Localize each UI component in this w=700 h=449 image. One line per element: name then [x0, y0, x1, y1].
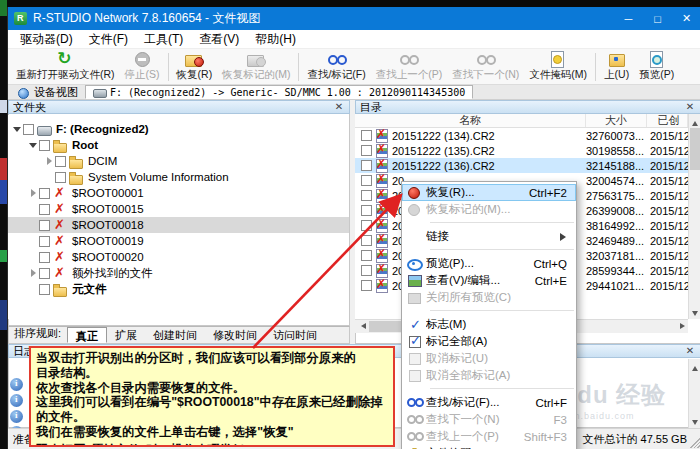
menu-v[interactable]: 查看(V): [191, 30, 247, 49]
checkbox[interactable]: [55, 156, 66, 167]
context-menu-item[interactable]: 恢复(R)...Ctrl+F2: [402, 184, 576, 201]
tree-item[interactable]: 额外找到的文件: [8, 265, 349, 281]
checkbox[interactable]: [39, 284, 50, 295]
checkbox[interactable]: [39, 268, 50, 279]
toolbar-button-findmark[interactable]: 查找/标记(F): [302, 50, 370, 83]
toolbar-button-reopen[interactable]: 重新打开驱动文件(R): [11, 50, 120, 83]
checkbox[interactable]: [39, 140, 50, 151]
tree-item[interactable]: DCIM: [8, 153, 349, 169]
context-menu-item[interactable]: 标记全部(A): [402, 333, 576, 350]
minimize-button[interactable]: ─: [614, 7, 643, 30]
tree-item[interactable]: $ROOT00019: [8, 233, 349, 249]
toolbar-button-up[interactable]: 上(U): [599, 50, 634, 83]
tree-item[interactable]: $ROOT00018: [8, 217, 349, 233]
tree-item[interactable]: $ROOT00015: [8, 201, 349, 217]
scroll-left-icon[interactable]: [355, 320, 368, 333]
scroll-up-icon[interactable]: [689, 114, 700, 127]
checkbox[interactable]: [39, 236, 50, 247]
checkbox[interactable]: [39, 188, 50, 199]
file-list-vscrollbar[interactable]: [688, 114, 700, 319]
file-row[interactable]: 20151222 (134).CR232760073...2015/12...: [355, 128, 688, 143]
expand-icon[interactable]: [28, 268, 38, 278]
toolbar-button-preview[interactable]: 预览(P): [634, 50, 679, 83]
context-menu-item[interactable]: 文件掩码(M)Ctrl+M: [402, 445, 576, 449]
toolbar-button-recover-folder[interactable]: 恢复(R): [172, 50, 218, 83]
close-icon[interactable]: ✕: [333, 101, 345, 113]
menu-item-label: 取消全部标记(A): [426, 368, 576, 383]
checkbox[interactable]: [361, 280, 372, 291]
context-menu-item[interactable]: 预览(P)...Ctrl+Q: [402, 255, 576, 272]
context-menu-item[interactable]: 链接: [402, 228, 576, 245]
checkbox[interactable]: [361, 250, 372, 261]
checkbox[interactable]: [39, 220, 50, 231]
resize-grip-icon[interactable]: [688, 436, 700, 448]
file-row[interactable]: 20151222 (136).CR232145188...2015/12...: [355, 158, 688, 173]
deleted-icon: [53, 251, 68, 264]
menu-item-label: 取消标记(U): [426, 351, 576, 366]
sort-tab[interactable]: 扩展: [107, 327, 145, 343]
tab-drive-f[interactable]: F: (Recognized2) -> Generic- SD/MMC 1.00…: [85, 85, 473, 99]
checkbox[interactable]: [39, 252, 50, 263]
file-size: 30198558...: [586, 145, 647, 157]
binoc-gray-icon: [402, 430, 426, 443]
checkbox[interactable]: [361, 145, 372, 156]
context-menu-item[interactable]: 查找/标记(F)...Ctrl+F: [402, 394, 576, 411]
tree-item[interactable]: 元文件: [8, 281, 349, 297]
menu-t[interactable]: 工具(T): [136, 30, 191, 49]
scroll-up-icon[interactable]: [689, 359, 700, 372]
toolbar-button-label: 重新打开驱动文件(R): [16, 68, 115, 82]
menu-item-label: 标记全部(A): [426, 334, 576, 349]
scrollbar-thumb[interactable]: [690, 128, 700, 170]
scroll-down-icon[interactable]: [689, 415, 700, 428]
column-header-created[interactable]: 已创: [647, 114, 688, 127]
checkbox[interactable]: [55, 172, 66, 183]
deleted-icon: [53, 219, 68, 232]
expand-icon[interactable]: [28, 188, 38, 198]
checkbox[interactable]: [39, 204, 50, 215]
file-name: 20151222 (134).CR2: [391, 130, 586, 142]
tree-item[interactable]: Root: [8, 137, 349, 153]
context-menu-item[interactable]: 查看(V)/编辑...Ctrl+E: [402, 272, 576, 289]
sort-tab[interactable]: 真正: [67, 327, 107, 343]
collapse-icon[interactable]: [12, 124, 22, 134]
checkbox[interactable]: [361, 220, 372, 231]
tree-item[interactable]: $ROOT00020: [8, 249, 349, 265]
toolbar-button-label: 恢复(R): [177, 68, 213, 82]
log-vscrollbar[interactable]: [688, 359, 700, 428]
checkbox[interactable]: [23, 124, 34, 135]
sort-tab[interactable]: 创建时间: [145, 327, 205, 343]
checkbox[interactable]: [361, 160, 372, 171]
menu-d[interactable]: 驱动器(D): [12, 30, 81, 49]
file-created: 2015/12...: [647, 190, 688, 202]
close-icon[interactable]: ✕: [684, 101, 696, 113]
device-tab-label: 设备视图: [34, 85, 78, 100]
sort-tab[interactable]: 访问时间: [265, 327, 325, 343]
menu-h[interactable]: 帮助(H): [247, 30, 304, 49]
context-menu-item[interactable]: 标志(M): [402, 316, 576, 333]
column-header-size[interactable]: 大小: [586, 114, 647, 127]
collapse-icon[interactable]: [28, 140, 38, 150]
menu-item-shortcut: Ctrl+E: [535, 275, 576, 287]
checkbox[interactable]: [361, 265, 372, 276]
scroll-right-icon[interactable]: [675, 320, 688, 333]
tab-device-view[interactable]: 设备视图: [10, 85, 85, 99]
column-header-row: ˆ 名称 大小 已创: [355, 114, 688, 128]
file-row[interactable]: 20151222 (135).CR230198558...2015/12...: [355, 143, 688, 158]
tree-item[interactable]: F: (Recognized2): [8, 121, 349, 137]
scroll-down-icon[interactable]: [689, 306, 700, 319]
checkbox[interactable]: [361, 190, 372, 201]
menu-f[interactable]: 文件(F): [81, 30, 136, 49]
maximize-button[interactable]: □: [643, 7, 672, 30]
close-icon[interactable]: ✕: [684, 345, 696, 357]
sort-tab[interactable]: 修改时间: [205, 327, 265, 343]
checkbox[interactable]: [361, 235, 372, 246]
checkbox[interactable]: [361, 130, 372, 141]
checkbox[interactable]: [361, 175, 372, 186]
close-button[interactable]: ✕: [672, 7, 700, 30]
expand-icon[interactable]: [44, 156, 54, 166]
toolbar-button-filemask[interactable]: 文件掩码(M): [524, 50, 592, 83]
tree-item[interactable]: System Volume Information: [8, 169, 349, 185]
checkbox[interactable]: [361, 205, 372, 216]
tree-item[interactable]: $ROOT00001: [8, 185, 349, 201]
column-header-name[interactable]: ˆ 名称: [355, 114, 586, 127]
